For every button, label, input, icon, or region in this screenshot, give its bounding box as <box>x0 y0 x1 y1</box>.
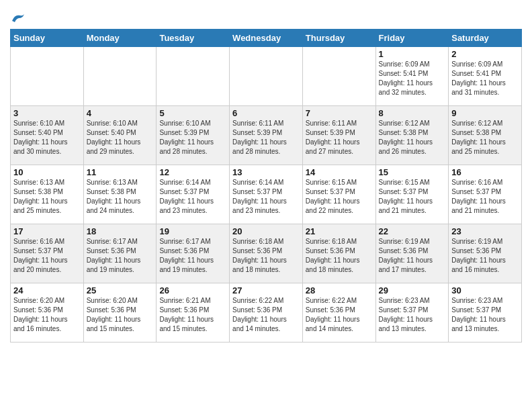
day-info: Sunrise: 6:22 AM Sunset: 5:36 PM Dayligh… <box>306 296 373 334</box>
week-row-2: 3Sunrise: 6:10 AM Sunset: 5:40 PM Daylig… <box>11 106 522 165</box>
day-info: Sunrise: 6:20 AM Sunset: 5:36 PM Dayligh… <box>13 296 81 334</box>
logo-bird-icon <box>11 13 26 24</box>
day-number: 15 <box>379 167 446 177</box>
day-cell: 28Sunrise: 6:22 AM Sunset: 5:36 PM Dayli… <box>302 283 375 342</box>
day-cell: 9Sunrise: 6:12 AM Sunset: 5:38 PM Daylig… <box>449 106 522 165</box>
day-number: 25 <box>87 285 154 295</box>
day-info: Sunrise: 6:22 AM Sunset: 5:36 PM Dayligh… <box>232 296 300 334</box>
day-number: 10 <box>13 167 81 177</box>
calendar-page: SundayMondayTuesdayWednesdayThursdayFrid… <box>0 0 532 353</box>
day-info: Sunrise: 6:09 AM Sunset: 5:41 PM Dayligh… <box>451 60 519 97</box>
day-info: Sunrise: 6:17 AM Sunset: 5:36 PM Dayligh… <box>159 237 226 275</box>
day-cell: 19Sunrise: 6:17 AM Sunset: 5:36 PM Dayli… <box>157 224 230 283</box>
day-info: Sunrise: 6:11 AM Sunset: 5:39 PM Dayligh… <box>306 119 373 156</box>
day-cell <box>230 47 303 106</box>
day-cell: 1Sunrise: 6:09 AM Sunset: 5:41 PM Daylig… <box>375 47 449 106</box>
day-cell: 21Sunrise: 6:18 AM Sunset: 5:36 PM Dayli… <box>302 224 375 283</box>
day-cell: 6Sunrise: 6:11 AM Sunset: 5:39 PM Daylig… <box>230 106 303 165</box>
day-number: 19 <box>159 226 226 236</box>
day-info: Sunrise: 6:11 AM Sunset: 5:39 PM Dayligh… <box>232 119 300 156</box>
day-number: 14 <box>306 167 373 177</box>
day-info: Sunrise: 6:10 AM Sunset: 5:39 PM Dayligh… <box>159 119 226 156</box>
day-info: Sunrise: 6:19 AM Sunset: 5:36 PM Dayligh… <box>451 237 519 275</box>
col-header-thursday: Thursday <box>302 30 375 47</box>
day-cell: 11Sunrise: 6:13 AM Sunset: 5:38 PM Dayli… <box>83 165 157 224</box>
day-number: 4 <box>87 108 154 118</box>
day-info: Sunrise: 6:10 AM Sunset: 5:40 PM Dayligh… <box>87 119 154 156</box>
day-number: 13 <box>232 167 300 177</box>
day-cell: 7Sunrise: 6:11 AM Sunset: 5:39 PM Daylig… <box>302 106 375 165</box>
day-number: 2 <box>451 49 519 59</box>
day-number: 16 <box>451 167 519 177</box>
day-cell: 26Sunrise: 6:21 AM Sunset: 5:36 PM Dayli… <box>157 283 230 342</box>
calendar-table: SundayMondayTuesdayWednesdayThursdayFrid… <box>10 29 522 342</box>
day-cell: 29Sunrise: 6:23 AM Sunset: 5:37 PM Dayli… <box>375 283 449 342</box>
day-info: Sunrise: 6:13 AM Sunset: 5:38 PM Dayligh… <box>13 178 81 216</box>
day-number: 29 <box>379 285 446 295</box>
day-number: 1 <box>379 49 446 59</box>
day-cell <box>11 47 84 106</box>
day-cell: 13Sunrise: 6:14 AM Sunset: 5:37 PM Dayli… <box>230 165 303 224</box>
logo-text <box>10 9 26 25</box>
week-row-1: 1Sunrise: 6:09 AM Sunset: 5:41 PM Daylig… <box>11 47 522 106</box>
col-header-wednesday: Wednesday <box>230 30 303 47</box>
day-number: 24 <box>13 285 81 295</box>
col-header-monday: Monday <box>83 30 157 47</box>
day-cell <box>157 47 230 106</box>
day-cell: 20Sunrise: 6:18 AM Sunset: 5:36 PM Dayli… <box>230 224 303 283</box>
day-cell: 24Sunrise: 6:20 AM Sunset: 5:36 PM Dayli… <box>11 283 84 342</box>
logo-text-block <box>10 9 26 25</box>
day-number: 26 <box>159 285 226 295</box>
day-number: 9 <box>451 108 519 118</box>
day-info: Sunrise: 6:18 AM Sunset: 5:36 PM Dayligh… <box>232 237 300 275</box>
day-info: Sunrise: 6:12 AM Sunset: 5:38 PM Dayligh… <box>451 119 519 156</box>
day-info: Sunrise: 6:14 AM Sunset: 5:37 PM Dayligh… <box>232 178 300 216</box>
day-number: 22 <box>379 226 446 236</box>
day-cell: 27Sunrise: 6:22 AM Sunset: 5:36 PM Dayli… <box>230 283 303 342</box>
day-number: 18 <box>87 226 154 236</box>
week-row-3: 10Sunrise: 6:13 AM Sunset: 5:38 PM Dayli… <box>11 165 522 224</box>
day-info: Sunrise: 6:15 AM Sunset: 5:37 PM Dayligh… <box>306 178 373 216</box>
day-cell: 2Sunrise: 6:09 AM Sunset: 5:41 PM Daylig… <box>449 47 522 106</box>
day-info: Sunrise: 6:14 AM Sunset: 5:37 PM Dayligh… <box>159 178 226 216</box>
day-cell: 15Sunrise: 6:15 AM Sunset: 5:37 PM Dayli… <box>375 165 449 224</box>
week-row-5: 24Sunrise: 6:20 AM Sunset: 5:36 PM Dayli… <box>11 283 522 342</box>
day-number: 17 <box>13 226 81 236</box>
day-number: 27 <box>232 285 300 295</box>
col-header-friday: Friday <box>375 30 449 47</box>
day-cell: 18Sunrise: 6:17 AM Sunset: 5:36 PM Dayli… <box>83 224 157 283</box>
day-info: Sunrise: 6:20 AM Sunset: 5:36 PM Dayligh… <box>87 296 154 334</box>
day-cell: 17Sunrise: 6:16 AM Sunset: 5:37 PM Dayli… <box>11 224 84 283</box>
day-info: Sunrise: 6:21 AM Sunset: 5:36 PM Dayligh… <box>159 296 226 334</box>
day-info: Sunrise: 6:23 AM Sunset: 5:37 PM Dayligh… <box>451 296 519 334</box>
day-number: 8 <box>379 108 446 118</box>
day-info: Sunrise: 6:09 AM Sunset: 5:41 PM Dayligh… <box>379 60 446 97</box>
day-info: Sunrise: 6:12 AM Sunset: 5:38 PM Dayligh… <box>379 119 446 156</box>
day-cell: 25Sunrise: 6:20 AM Sunset: 5:36 PM Dayli… <box>83 283 157 342</box>
day-cell: 5Sunrise: 6:10 AM Sunset: 5:39 PM Daylig… <box>157 106 230 165</box>
day-number: 23 <box>451 226 519 236</box>
day-info: Sunrise: 6:10 AM Sunset: 5:40 PM Dayligh… <box>13 119 81 156</box>
col-header-sunday: Sunday <box>11 30 84 47</box>
day-cell: 14Sunrise: 6:15 AM Sunset: 5:37 PM Dayli… <box>302 165 375 224</box>
day-number: 28 <box>306 285 373 295</box>
day-number: 12 <box>159 167 226 177</box>
day-cell: 22Sunrise: 6:19 AM Sunset: 5:36 PM Dayli… <box>375 224 449 283</box>
day-number: 6 <box>232 108 300 118</box>
day-info: Sunrise: 6:15 AM Sunset: 5:37 PM Dayligh… <box>379 178 446 216</box>
day-cell <box>83 47 157 106</box>
day-cell: 8Sunrise: 6:12 AM Sunset: 5:38 PM Daylig… <box>375 106 449 165</box>
day-cell: 3Sunrise: 6:10 AM Sunset: 5:40 PM Daylig… <box>11 106 84 165</box>
day-number: 3 <box>13 108 81 118</box>
day-info: Sunrise: 6:17 AM Sunset: 5:36 PM Dayligh… <box>87 237 154 275</box>
week-row-4: 17Sunrise: 6:16 AM Sunset: 5:37 PM Dayli… <box>11 224 522 283</box>
day-info: Sunrise: 6:16 AM Sunset: 5:37 PM Dayligh… <box>451 178 519 216</box>
col-header-tuesday: Tuesday <box>157 30 230 47</box>
day-number: 20 <box>232 226 300 236</box>
day-info: Sunrise: 6:13 AM Sunset: 5:38 PM Dayligh… <box>87 178 154 216</box>
day-number: 11 <box>87 167 154 177</box>
day-info: Sunrise: 6:18 AM Sunset: 5:36 PM Dayligh… <box>306 237 373 275</box>
logo <box>10 9 26 25</box>
col-header-saturday: Saturday <box>449 30 522 47</box>
day-cell <box>302 47 375 106</box>
